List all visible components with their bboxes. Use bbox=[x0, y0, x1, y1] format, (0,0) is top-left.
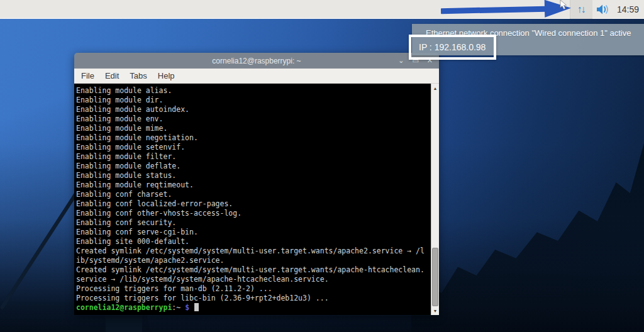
scrollbar-thumb[interactable] bbox=[432, 248, 438, 306]
terminal-line: Enabling module deflate. bbox=[76, 162, 431, 171]
terminal-line: Enabling conf other-vhosts-access-log. bbox=[76, 209, 431, 218]
terminal-line: Enabling module status. bbox=[76, 171, 431, 180]
terminal-line: Enabling conf charset. bbox=[76, 190, 431, 199]
prompt-path: ~ bbox=[176, 303, 185, 312]
terminal-line: Enabling module setenvif. bbox=[76, 143, 431, 152]
terminal-line: Created symlink /etc/systemd/system/mult… bbox=[76, 246, 431, 256]
prompt-dollar: $ bbox=[185, 303, 194, 312]
system-tray: ↑ ↓ 14:59 bbox=[570, 0, 644, 19]
scroll-up-button[interactable]: ▲ bbox=[431, 84, 439, 92]
terminal-output: Enabling module alias.Enabling module di… bbox=[74, 84, 431, 315]
terminal-line: Enabling site 000-default. bbox=[76, 237, 431, 246]
terminal-window: cornelia12@raspberrypi: ~ ⌄ ▭ ✕ File Edi… bbox=[74, 53, 439, 316]
prompt-user-host: cornelia12@raspberrypi bbox=[76, 303, 172, 312]
network-updown-icon[interactable]: ↑ ↓ bbox=[570, 0, 592, 19]
terminal-line: Enabling conf serve-cgi-bin. bbox=[76, 228, 431, 237]
terminal-line: Enabling conf security. bbox=[76, 218, 431, 228]
arrow-shaft bbox=[441, 6, 547, 14]
minimize-button[interactable]: ⌄ bbox=[398, 57, 404, 64]
network-down-arrow-icon: ↓ bbox=[581, 4, 586, 14]
terminal-line: Processing triggers for libc-bin (2.36-9… bbox=[76, 294, 431, 303]
clock[interactable]: 14:59 bbox=[615, 4, 644, 14]
menu-tabs[interactable]: Tabs bbox=[130, 71, 147, 80]
terminal-cursor bbox=[194, 303, 199, 311]
scrollbar[interactable]: ▲ ▼ bbox=[431, 84, 439, 315]
mouse-cursor-icon bbox=[559, 0, 569, 11]
terminal-line: Enabling module filter. bbox=[76, 152, 431, 162]
window-title: cornelia12@raspberrypi: ~ bbox=[212, 57, 301, 65]
annotation-arrow bbox=[441, 0, 572, 19]
menu-file[interactable]: File bbox=[81, 71, 94, 80]
terminal-line: service → /lib/systemd/system/apache-htc… bbox=[76, 275, 431, 284]
volume-icon[interactable] bbox=[592, 0, 615, 19]
terminal-line: Processing triggers for man-db (2.11.2-2… bbox=[76, 284, 431, 294]
speaker-icon bbox=[596, 4, 611, 15]
terminal-line: Enabling module reqtimeout. bbox=[76, 180, 431, 190]
menu-edit[interactable]: Edit bbox=[105, 71, 119, 80]
terminal-line: Enabling module dir. bbox=[76, 96, 431, 105]
terminal-line: Enabling module negotiation. bbox=[76, 133, 431, 143]
terminal-line: Enabling module alias. bbox=[76, 86, 431, 96]
scroll-down-button[interactable]: ▼ bbox=[431, 306, 439, 315]
scrollbar-track[interactable] bbox=[431, 92, 439, 306]
desktop: ↑ ↓ 14:59 cornelia12@raspberrypi: ~ ⌄ ▭ … bbox=[0, 0, 644, 332]
titlebar[interactable]: cornelia12@raspberrypi: ~ ⌄ ▭ ✕ bbox=[74, 53, 439, 69]
menubar: File Edit Tabs Help bbox=[74, 69, 439, 84]
terminal-line: Enabling conf localized-error-pages. bbox=[76, 199, 431, 209]
terminal-line: Enabling module autoindex. bbox=[76, 105, 431, 114]
terminal-body[interactable]: Enabling module alias.Enabling module di… bbox=[74, 84, 439, 315]
terminal-line: Created symlink /etc/systemd/system/mult… bbox=[76, 265, 431, 275]
menu-help[interactable]: Help bbox=[158, 71, 175, 80]
terminal-line: ib/systemd/system/apache2.service. bbox=[76, 256, 431, 265]
prompt-line: cornelia12@raspberrypi:~ $ bbox=[76, 303, 431, 313]
terminal-line: Enabling module env. bbox=[76, 114, 431, 124]
ip-highlight-box bbox=[409, 35, 496, 60]
terminal-line: Enabling module mime. bbox=[76, 124, 431, 133]
terminal-lines: Enabling module alias.Enabling module di… bbox=[76, 86, 431, 303]
